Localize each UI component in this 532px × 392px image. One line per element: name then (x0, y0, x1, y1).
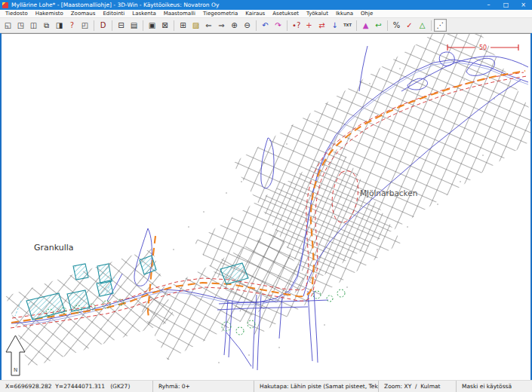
status-coordinates: X=6696928.282 Y=27444071.311 (GK27) (0, 381, 153, 392)
reference-line-icon[interactable]: ↓ (328, 19, 341, 32)
label-mjolnarbacken: Mjölnarbacken (360, 188, 417, 198)
move-point-icon[interactable]: ⇄ (315, 19, 328, 32)
toolbar-separator (174, 20, 174, 31)
model-profile-icon[interactable]: ▲ (359, 19, 372, 32)
zoom-window-icon[interactable]: ⊠ (158, 19, 171, 32)
menu-tyokalut[interactable]: Työkalut (303, 10, 332, 18)
toolbar-separator (112, 20, 112, 31)
menu-editointi[interactable]: Editointi (99, 10, 128, 18)
menu-kairaus[interactable]: Kairaus (241, 10, 269, 18)
zoom-extents-icon[interactable]: ⊞ (177, 19, 189, 32)
active-elements-icon[interactable]: D (97, 19, 109, 32)
menu-tiedosto[interactable]: Tiedosto (2, 10, 32, 18)
toolbar-separator (431, 20, 432, 31)
status-bar: X=6696928.282 Y=27444071.311 (GK27) Ryhm… (0, 380, 532, 392)
snap-arrow-icon[interactable]: ↩ (372, 19, 385, 32)
menu-hakemisto[interactable]: Hakemisto (32, 10, 67, 18)
toolbar-separator (143, 20, 143, 31)
label-grankulla: Grankulla (34, 243, 74, 253)
menu-ohje[interactable]: Ohje (357, 10, 377, 18)
toolbar-separator (94, 20, 94, 31)
menu-maastomalli[interactable]: Maastomalli (160, 10, 199, 18)
open-file-icon[interactable]: ◱ (2, 19, 14, 32)
save-file-icon[interactable]: ◳ (14, 19, 27, 32)
pan-view-icon[interactable]: ▨ (189, 19, 202, 32)
menu-laskenta[interactable]: Laskenta (128, 10, 159, 18)
title-bar[interactable]: Myllärine Lohe* - [Maastomalliohje] - 3D… (0, 0, 532, 10)
terrain-grid (6, 34, 530, 368)
copy-file-icon[interactable]: ⧉ (40, 19, 53, 32)
redo-icon[interactable]: ↷ (272, 19, 284, 32)
check-model-icon[interactable]: ✓ (403, 19, 416, 32)
status-group[interactable]: Ryhmä: 0+ (153, 381, 254, 392)
status-mask[interactable]: Maski ei käytössä (457, 381, 530, 392)
zoom-out-icon[interactable]: ⊖ (241, 19, 254, 32)
undo-icon[interactable]: ↶ (259, 19, 272, 32)
toolbar-separator (387, 20, 388, 31)
zoom-scale-1-icon[interactable]: ▣ (146, 19, 158, 32)
scale-bar-value: 50 (479, 44, 487, 51)
window-title: Myllärine Lohe* - [Maastomalliohje] - 3D… (11, 0, 480, 10)
print-icon[interactable]: ⊟ (115, 19, 128, 32)
xyz-percent-icon[interactable]: % (390, 19, 403, 32)
code-editor-icon[interactable]: ▤ (128, 19, 140, 32)
toolbar-separator (256, 20, 257, 31)
toolbar-separator (356, 20, 357, 31)
app-icon (2, 2, 8, 8)
close-button[interactable]: × (515, 0, 532, 10)
app-window: Myllärine Lohe* - [Maastomalliohje] - 3D… (0, 0, 532, 392)
north-arrow-label: N (14, 367, 17, 373)
maximize-button[interactable]: □ (497, 0, 515, 10)
menu-ikkuna[interactable]: Ikkuna (332, 10, 357, 18)
toolbar: ◱ ◳ ◫ ⧉ ◨ ? ◰ D ⊟ ▤ ▣ ⊠ ⊞ ▨ ⇐ ⇒ ⊕ ⊖ ↶ ↷ … (0, 18, 532, 33)
menu-bar: Tiedosto Hakemisto Zoomaus Editointi Las… (0, 10, 532, 18)
close-file-icon[interactable]: ◰ (78, 19, 91, 32)
toolbar-separator (287, 20, 288, 31)
menu-zoomaus[interactable]: Zoomaus (67, 10, 100, 18)
zoom-in-icon[interactable]: ⊕ (228, 19, 241, 32)
add-point-icon[interactable]: + (303, 19, 315, 32)
map-svg: Grankulla Mjölnarbacken 50 N (2, 34, 530, 380)
status-search-mode[interactable]: Hakutapa: Lähin piste (Samat pisteet, Te… (254, 381, 379, 392)
file-manager-icon[interactable]: ◫ (27, 19, 40, 32)
measure-distance-icon[interactable]: ⋰ (434, 19, 447, 32)
minimize-button[interactable]: – (480, 0, 497, 10)
menu-asetukset[interactable]: Asetukset (269, 10, 303, 18)
menu-tiegeometria[interactable]: Tiegeometria (199, 10, 241, 18)
paste-file-icon[interactable]: ◨ (53, 19, 66, 32)
point-info-icon[interactable]: ∙? (290, 19, 303, 32)
next-view-icon[interactable]: ⇒ (215, 19, 228, 32)
status-zoom-mode[interactable]: Zoom: XY / Kulmat (379, 381, 457, 392)
triangle-calc-icon[interactable]: △ (416, 19, 429, 32)
map-canvas[interactable]: Grankulla Mjölnarbacken 50 N (2, 33, 530, 380)
file-help-icon[interactable]: ? (66, 19, 78, 32)
previous-view-icon[interactable]: ⇐ (202, 19, 215, 32)
text-tool-icon[interactable]: TXT (341, 19, 354, 32)
